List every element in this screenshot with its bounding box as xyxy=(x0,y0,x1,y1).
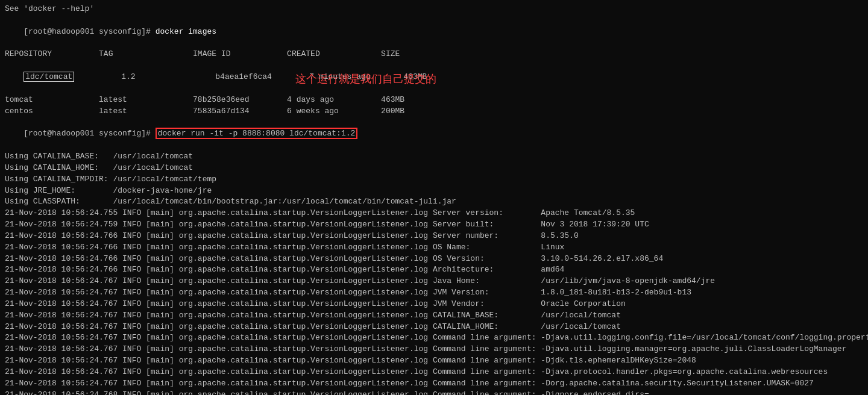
terminal-window: See 'docker --help' [root@hadoop001 sysc… xyxy=(0,0,868,395)
line-24: 21-Nov-2018 10:56:24.767 INFO [main] org… xyxy=(5,332,863,344)
line-20: 21-Nov-2018 10:56:24.767 INFO [main] org… xyxy=(5,287,863,299)
line-13: 21-Nov-2018 10:56:24.755 INFO [main] org… xyxy=(5,208,863,219)
line-7: [root@hadoop001 sysconfig]# docker run -… xyxy=(5,117,863,151)
line-19: 21-Nov-2018 10:56:24.767 INFO [main] org… xyxy=(5,276,863,287)
line-21: 21-Nov-2018 10:56:24.767 INFO [main] org… xyxy=(5,299,863,310)
line-23: 21-Nov-2018 10:56:24.767 INFO [main] org… xyxy=(5,322,863,333)
line-11: Using JRE_HOME: /docker-java-home/jre xyxy=(5,185,863,197)
line-16: 21-Nov-2018 10:56:24.766 INFO [main] org… xyxy=(5,242,863,253)
line-12: Using CLASSPATH: /usr/local/tomcat/bin/b… xyxy=(5,196,863,208)
line-15: 21-Nov-2018 10:56:24.766 INFO [main] org… xyxy=(5,231,863,242)
line-5: tomcat latest 78b258e36eed 4 days ago 46… xyxy=(5,95,863,106)
line-9: Using CATALINA_HOME: /usr/local/tomcat xyxy=(5,163,863,174)
line-1: See 'docker --help' xyxy=(5,4,863,15)
cmd-2: docker images xyxy=(156,27,216,36)
line-header: REPOSITORY TAG IMAGE ID CREATED SIZE xyxy=(5,49,863,60)
line-2: [root@hadoop001 sysconfig]# docker image… xyxy=(5,15,863,49)
chinese-annotation: 这个运行就是我们自己提交的 xyxy=(295,71,436,87)
line-14: 21-Nov-2018 10:56:24.759 INFO [main] org… xyxy=(5,219,863,231)
line-27: 21-Nov-2018 10:56:24.767 INFO [main] org… xyxy=(5,367,863,378)
line-8: Using CATALINA_BASE: /usr/local/tomcat xyxy=(5,151,863,163)
line-28: 21-Nov-2018 10:56:24.767 INFO [main] org… xyxy=(5,378,863,390)
line-17: 21-Nov-2018 10:56:24.766 INFO [main] org… xyxy=(5,253,863,265)
docker-run-cmd: docker run -it -p 8888:8080 ldc/tomcat:1… xyxy=(156,128,358,139)
line-26: 21-Nov-2018 10:56:24.767 INFO [main] org… xyxy=(5,355,863,367)
line-22: 21-Nov-2018 10:56:24.767 INFO [main] org… xyxy=(5,310,863,322)
line-29: 21-Nov-2018 10:56:24.768 INFO [main] org… xyxy=(5,390,863,395)
ldc-tomcat-highlight: ldc/tomcat xyxy=(24,72,74,82)
prompt-7: [root@hadoop001 sysconfig]# xyxy=(24,129,155,138)
line-10: Using CATALINA_TMPDIR: /usr/local/tomcat… xyxy=(5,174,863,185)
prompt-2: [root@hadoop001 sysconfig]# xyxy=(24,27,155,36)
line-25: 21-Nov-2018 10:56:24.767 INFO [main] org… xyxy=(5,344,863,355)
line-18: 21-Nov-2018 10:56:24.766 INFO [main] org… xyxy=(5,264,863,276)
line-6: centos latest 75835a67d134 6 weeks ago 2… xyxy=(5,106,863,117)
